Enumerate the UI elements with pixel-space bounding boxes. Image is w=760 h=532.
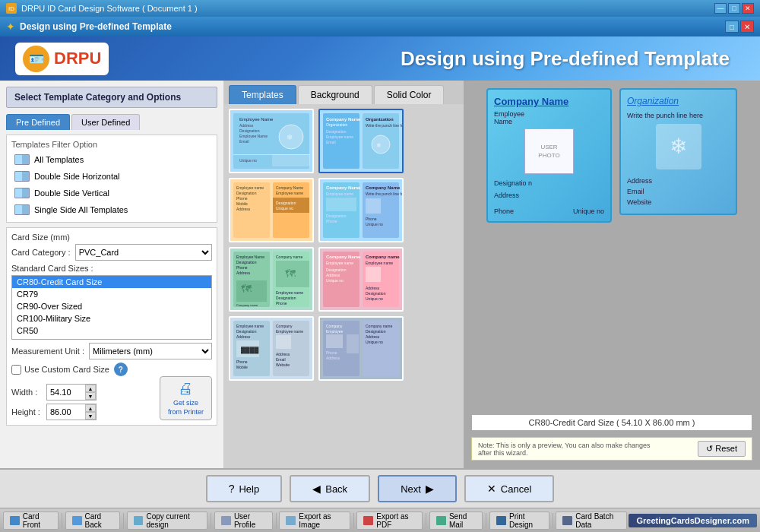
measurement-select[interactable]: Milimeters (mm) — [89, 343, 212, 359]
tab-predefined[interactable]: Pre Defined — [6, 114, 70, 130]
tab-userdefined[interactable]: User Defined — [71, 114, 140, 130]
filter-double-horizontal[interactable]: Double Side Horizontal — [11, 169, 212, 184]
template-4[interactable]: Company Name Employee name Designation P… — [318, 178, 404, 242]
taskbar-export-pdf[interactable]: Export as PDF — [356, 511, 423, 530]
size-cr90[interactable]: CR90-Over Sized — [12, 300, 211, 312]
svg-text:❄: ❄ — [287, 133, 293, 141]
back-icon: ◀ — [312, 483, 321, 495]
preview-phone: Phone — [494, 207, 514, 215]
svg-text:Unique no: Unique no — [366, 222, 383, 226]
svg-text:Company name: Company name — [236, 303, 258, 307]
filter-dv-label: Double Side Vertical — [34, 188, 109, 198]
dialog-close-button[interactable]: ✕ — [740, 21, 754, 33]
height-input[interactable] — [47, 404, 85, 420]
template-6[interactable]: Company Name Employee name Designation A… — [318, 247, 404, 312]
preview-back-card: Organization Write the punch line here ❄… — [619, 88, 737, 215]
svg-text:Employee Name: Employee Name — [239, 117, 274, 122]
size-cr80[interactable]: CR80-Credit Card Size — [12, 276, 211, 288]
template-row-2: Employee name Designation Phone Mobile A… — [229, 178, 459, 242]
cancel-button[interactable]: ✕ Cancel — [464, 475, 554, 502]
template-8[interactable]: Company Employee Phone Address Company n… — [318, 316, 404, 381]
width-down[interactable]: ▼ — [85, 392, 96, 400]
size-cr70[interactable]: CR70 — [12, 337, 211, 340]
taskbar: Card Front Card Back Copy current design… — [0, 508, 760, 532]
dialog-maximize-button[interactable]: □ — [725, 21, 739, 33]
template-3[interactable]: Employee name Designation Phone Mobile A… — [229, 178, 314, 242]
maximize-button[interactable]: □ — [728, 3, 740, 14]
taskbar-divider-4 — [276, 513, 277, 528]
tab-solid-color[interactable]: Solid Color — [374, 85, 445, 104]
taskbar-card-batch[interactable]: Card Batch Data — [556, 511, 627, 530]
svg-text:Unique no: Unique no — [366, 296, 383, 301]
cancel-label: Cancel — [501, 483, 531, 495]
height-down[interactable]: ▼ — [85, 412, 96, 420]
card-size-section: Card Size (mm) Card Category : PVC_Card … — [6, 227, 217, 426]
svg-text:Organization: Organization — [326, 122, 348, 127]
drpu-logo: 🪪 DRPU — [15, 43, 109, 75]
filter-all-templates[interactable]: All Templates — [11, 152, 212, 167]
templates-grid: Employee Name Address Designation Employ… — [224, 104, 464, 468]
height-up[interactable]: ▲ — [85, 404, 96, 412]
preview-unique: Unique no — [573, 207, 604, 215]
copy-icon — [134, 516, 144, 525]
custom-size-checkbox[interactable] — [11, 365, 21, 375]
taskbar-card-front[interactable]: Card Front — [3, 511, 59, 530]
svg-text:Employee name: Employee name — [366, 261, 393, 265]
help-label: Help — [239, 483, 259, 495]
taskbar-divider-5 — [353, 513, 354, 528]
minimize-button[interactable]: — — [714, 3, 727, 14]
logo-icon: 🪪 — [23, 46, 49, 72]
next-label: Next — [401, 483, 421, 495]
preview-company-name: Company Name — [494, 96, 604, 107]
taskbar-print-design[interactable]: Print Design — [489, 511, 549, 530]
preview-snowflake: ❄ — [656, 124, 701, 169]
template-1[interactable]: Employee Name Address Designation Employ… — [229, 109, 314, 173]
help-button[interactable]: ? Help — [206, 475, 283, 502]
back-button[interactable]: ◀ Back — [290, 475, 370, 502]
filter-list: All Templates Double Side Horizontal Dou… — [11, 152, 212, 217]
svg-rect-11 — [272, 154, 310, 166]
get-size-button[interactable]: 🖨 Get sizefrom Printer — [160, 376, 212, 420]
svg-text:Unique no: Unique no — [326, 278, 344, 283]
next-button[interactable]: Next ▶ — [378, 475, 457, 502]
svg-text:Company Name: Company Name — [326, 185, 361, 190]
card-category-select[interactable]: PVC_Card — [75, 244, 212, 261]
svg-rect-42 — [326, 198, 356, 211]
template-2[interactable]: Company Name Organization Designation Em… — [318, 109, 404, 173]
close-button[interactable]: ✕ — [742, 3, 754, 14]
template-7[interactable]: Employee name Designation Address ▓▓▓▓ P… — [229, 316, 314, 381]
help-icon[interactable]: ? — [114, 363, 128, 376]
size-cr79[interactable]: CR79 — [12, 288, 211, 300]
profile-icon — [221, 516, 231, 525]
template-5[interactable]: Employee Name Designation Phone Address … — [229, 247, 314, 312]
right-panel: Company Name Employee Name USER PHOTO De… — [464, 81, 760, 468]
tab-background[interactable]: Background — [298, 85, 372, 104]
taskbar-card-back[interactable]: Card Back — [65, 511, 120, 530]
size-cr100[interactable]: CR100-Military Size — [12, 312, 211, 325]
svg-text:Designation: Designation — [326, 129, 347, 134]
taskbar-send-mail[interactable]: Send Mail — [429, 511, 483, 530]
svg-text:Employee name: Employee name — [276, 329, 303, 334]
preview-address: Address — [494, 192, 604, 199]
taskbar-export-image[interactable]: Export as Image — [279, 511, 350, 530]
taskbar-copy-design[interactable]: Copy current design — [127, 511, 208, 530]
taskbar-divider-2 — [123, 513, 124, 528]
taskbar-divider-7 — [486, 513, 486, 528]
taskbar-divider-6 — [426, 513, 426, 528]
size-cr50[interactable]: CR50 — [12, 325, 211, 337]
card-category-label: Card Category : — [11, 248, 71, 257]
tab-templates[interactable]: Templates — [229, 85, 296, 104]
width-input[interactable] — [47, 385, 85, 400]
width-up[interactable]: ▲ — [85, 385, 96, 392]
reset-button[interactable]: ↺ Reset — [698, 441, 746, 457]
taskbar-user-profile[interactable]: User Profile — [214, 511, 273, 530]
svg-text:Employee Name: Employee Name — [239, 134, 268, 138]
filter-double-vertical[interactable]: Double Side Vertical — [11, 185, 212, 201]
card-front-label: Card Front — [23, 512, 52, 529]
svg-rect-91 — [276, 335, 291, 349]
svg-text:🗺: 🗺 — [241, 283, 252, 295]
measurement-label: Measurement Unit : — [11, 347, 84, 356]
filter-single-side[interactable]: Single Side All Templates — [11, 202, 212, 217]
svg-text:Designation: Designation — [236, 260, 257, 264]
svg-text:Unique no: Unique no — [239, 158, 257, 163]
